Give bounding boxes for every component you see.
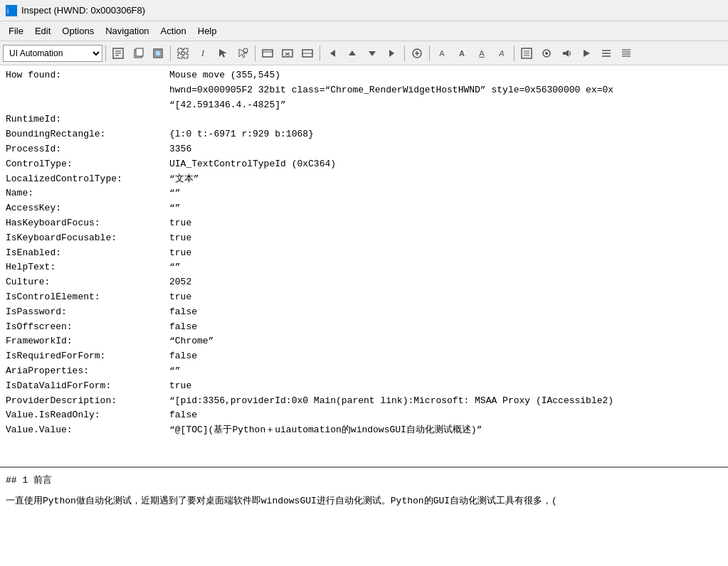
prop-hwnd: hwnd=0x000905F2 32bit class=“Chrome_Rend… [6, 83, 722, 98]
forward-btn[interactable] [383, 44, 401, 63]
value-is-enabled: true [169, 246, 191, 261]
menu-navigation[interactable]: Navigation [100, 23, 154, 38]
value-is-control: true [169, 290, 191, 305]
menu-file[interactable]: File [3, 23, 29, 38]
menu-help[interactable]: Help [192, 23, 223, 38]
options-btn[interactable] [537, 44, 556, 63]
svg-text:i: i [7, 7, 9, 15]
cursor-button[interactable] [213, 44, 232, 63]
highlight-button[interactable] [149, 44, 167, 63]
menu-edit[interactable]: Edit [29, 23, 56, 38]
svg-rect-13 [184, 54, 188, 58]
prop-aria: AriaProperties: “” [6, 364, 722, 379]
body-text: 一直使用Python做自动化测试，近期遇到了要对桌面端软件即windowsGUI… [6, 494, 722, 509]
prop-data-valid: IsDataValidForForm: true [6, 379, 722, 394]
prop-runtime-bracket: “[42.591346.4.-4825]” [6, 98, 722, 113]
label-aria: AriaProperties: [6, 364, 169, 379]
menu-bar: File Edit Options Navigation Action Help [0, 21, 728, 41]
label-help-text: HelpText: [6, 260, 169, 275]
settings-btn[interactable] [517, 44, 536, 63]
font-c-btn[interactable]: A [473, 44, 491, 63]
grid-btn[interactable] [298, 44, 317, 63]
value-culture: 2052 [169, 275, 191, 290]
text-area: ## 1 前言 一直使用Python做自动化测试，近期遇到了要对桌面端软件即wi… [0, 466, 728, 566]
list2-btn[interactable] [617, 44, 635, 63]
font-b-btn[interactable]: A [453, 44, 471, 63]
prop-value-readonly: Value.IsReadOnly: false [6, 408, 722, 423]
svg-rect-11 [184, 48, 188, 53]
value-runtime-bracket: “[42.591346.4.-4825]” [169, 98, 286, 113]
prop-control-type: ControlType: UIA_TextControlTypeId (0xC3… [6, 157, 722, 172]
label-is-offscreen: IsOffscreen: [6, 320, 169, 335]
svg-rect-17 [263, 50, 273, 57]
svg-point-36 [545, 52, 548, 55]
sound-btn[interactable] [557, 44, 576, 63]
svg-marker-26 [369, 51, 376, 56]
value-how-found: Mouse move (355,545) [169, 68, 280, 83]
back-btn[interactable] [323, 44, 342, 63]
play-btn[interactable] [577, 44, 596, 63]
list-btn[interactable] [597, 44, 616, 63]
value-control-type: UIA_TextControlTypeId (0xC364) [169, 157, 336, 172]
close-btn[interactable] [278, 44, 297, 63]
label-access-key: AccessKey: [6, 201, 169, 216]
cursor2-button[interactable] [233, 44, 252, 63]
label-required-form: IsRequiredForForm: [6, 349, 169, 364]
title-bar: i Inspect (HWND: 0x000306F8) [0, 0, 728, 21]
value-data-valid: true [169, 379, 191, 394]
svg-marker-27 [389, 50, 394, 57]
label-value-readonly: Value.IsReadOnly: [6, 408, 169, 423]
prop-is-control: IsControlElement: true [6, 290, 722, 305]
label-keyboard-focus: HasKeyboardFocus: [6, 216, 169, 231]
svg-marker-24 [330, 50, 335, 57]
label-bounding: BoundingRectangle: [6, 127, 169, 142]
app-icon: i [6, 5, 17, 16]
content-area: How found: Mouse move (355,545) hwnd=0x0… [0, 65, 728, 566]
label-control-type: ControlType: [6, 157, 169, 172]
separator-4 [320, 46, 320, 61]
prop-localized-control: LocalizedControlType: “文本” [6, 172, 722, 187]
window-button[interactable] [258, 44, 277, 63]
separator-7 [514, 46, 515, 61]
prop-runtime-id: RuntimeId: [6, 112, 722, 127]
separator-2 [170, 46, 171, 61]
svg-marker-14 [219, 49, 227, 58]
find-button[interactable] [109, 44, 127, 63]
font-a-btn[interactable]: A [433, 44, 451, 63]
svg-rect-9 [155, 50, 161, 56]
label-framework: FrameworkId: [6, 334, 169, 349]
prop-keyboard-focus: HasKeyboardFocus: true [6, 216, 722, 231]
font-d-btn[interactable]: A [492, 44, 511, 63]
prop-is-offscreen: IsOffscreen: false [6, 320, 722, 335]
menu-options[interactable]: Options [56, 23, 100, 38]
text-select-button[interactable]: I [194, 44, 212, 63]
copy-button[interactable] [129, 44, 147, 63]
menu-action[interactable]: Action [155, 23, 192, 38]
svg-rect-10 [178, 48, 182, 53]
value-localized-control: “文本” [169, 172, 199, 187]
label-provider: ProviderDescription: [6, 394, 169, 409]
svg-point-16 [243, 48, 248, 53]
down-btn[interactable] [363, 44, 381, 63]
svg-rect-19 [283, 50, 292, 57]
prop-name: Name: “” [6, 186, 722, 201]
separator-5 [404, 46, 405, 61]
value-process-id: 3356 [169, 142, 191, 157]
value-value-value: “@[TOC](基于Python＋uiautomation的windowsGUI… [169, 423, 482, 438]
prop-help-text: HelpText: “” [6, 260, 722, 275]
up-btn[interactable] [343, 44, 362, 63]
value-hwnd: hwnd=0x000905F2 32bit class=“Chrome_Rend… [169, 83, 613, 98]
separator-1 [105, 46, 106, 61]
prop-how-found: How found: Mouse move (355,545) [6, 68, 722, 83]
svg-marker-25 [349, 50, 356, 55]
svg-rect-7 [136, 48, 143, 56]
prop-value-value: Value.Value: “@[TOC](基于Python＋uiautomati… [6, 423, 722, 438]
value-access-key: “” [169, 201, 181, 216]
prop-bounding: BoundingRectangle: {l:0 t:-6971 r:929 b:… [6, 127, 722, 142]
automation-dropdown[interactable]: UI AutomationMSAA/IAccessible [3, 45, 102, 62]
svg-rect-12 [178, 54, 182, 58]
value-provider: “[pid:3356,providerId:0x0 Main(parent li… [169, 394, 613, 409]
expand-btn[interactable] [408, 44, 426, 63]
value-is-password: false [169, 305, 197, 320]
select-button[interactable] [174, 44, 192, 63]
